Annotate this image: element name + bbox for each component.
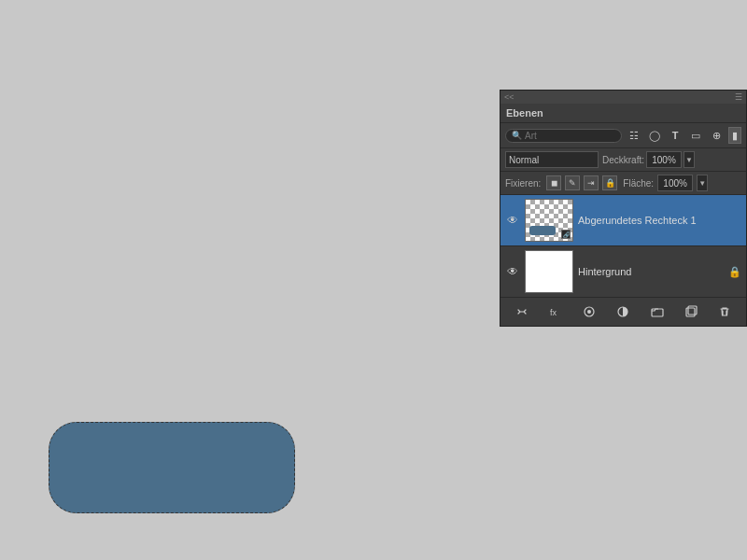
search-box[interactable]: 🔍 — [505, 129, 622, 143]
rounded-rect-shape — [49, 422, 295, 513]
layer-visibility-toggle[interactable]: 👁 — [505, 213, 520, 228]
panel-titlebar: Ebenen — [500, 104, 746, 123]
layer-name: Abgerundetes Rechteck 1 — [578, 215, 741, 226]
lock-icons-group: ◼ ✎ ⇥ 🔒 — [546, 175, 617, 190]
thumb-link-icon: 🔗 — [561, 230, 571, 239]
fill-input[interactable] — [657, 175, 693, 191]
layer-thumbnail — [525, 250, 573, 293]
filter-shape-icon[interactable]: ▭ — [687, 127, 704, 144]
svg-rect-6 — [688, 306, 697, 315]
new-group-btn[interactable] — [648, 302, 667, 321]
search-input[interactable] — [525, 131, 615, 141]
panel-menu-icon[interactable]: ☰ — [735, 92, 742, 102]
filter-text-icon[interactable]: T — [667, 127, 684, 144]
filter-smart-icon[interactable]: ⊕ — [708, 127, 725, 144]
layer-item[interactable]: 👁 Hintergrund 🔒 — [500, 246, 746, 297]
new-fill-adj-btn[interactable] — [613, 302, 632, 321]
layers-panel: << ☰ Ebenen 🔍 ☷ ◯ T ▭ ⊕ ▮ Normal Deckkra… — [500, 90, 747, 327]
layer-item[interactable]: 👁 🔗 Abgerundetes Rechteck 1 — [500, 195, 746, 245]
search-icon: 🔍 — [512, 131, 522, 140]
thumb-shape — [529, 226, 556, 235]
svg-rect-4 — [652, 309, 663, 316]
fill-down-arrow[interactable]: ▼ — [697, 175, 708, 191]
panel-options-icon[interactable]: ▮ — [728, 127, 741, 144]
opacity-input[interactable] — [646, 151, 682, 168]
lock-fill-row: Fixieren: ◼ ✎ ⇥ 🔒 Fläche: ▼ — [500, 172, 746, 195]
opacity-control: Deckkraft: ▼ — [602, 151, 741, 168]
blend-opacity-row: Normal Deckkraft: ▼ — [500, 148, 746, 172]
lock-position-btn[interactable]: ⇥ — [584, 175, 599, 190]
svg-rect-5 — [686, 308, 695, 316]
panel-bottom-bar: fx — [500, 297, 746, 326]
lock-transparent-btn[interactable]: ◼ — [546, 175, 561, 190]
panel-title: Ebenen — [506, 107, 543, 119]
blend-mode-wrapper[interactable]: Normal — [505, 151, 599, 168]
layers-list: 👁 🔗 Abgerundetes Rechteck 1 👁 Hintergrun… — [500, 195, 746, 297]
svg-text:fx: fx — [550, 308, 557, 317]
fill-control: Fläche: ▼ — [623, 175, 708, 191]
layer-thumbnail: 🔗 — [525, 199, 573, 242]
add-mask-btn[interactable] — [580, 302, 599, 321]
filter-type-icon[interactable]: ☷ — [626, 127, 642, 144]
collapse-icon[interactable]: << — [504, 92, 514, 102]
thumb-white — [526, 251, 572, 292]
blend-mode-select[interactable]: Normal — [505, 151, 599, 168]
layer-visibility-toggle[interactable]: 👁 — [505, 264, 520, 279]
new-layer-btn[interactable] — [682, 302, 700, 321]
opacity-down-arrow[interactable]: ▼ — [684, 151, 695, 168]
lock-image-btn[interactable]: ✎ — [565, 175, 580, 190]
add-layer-style-btn[interactable]: fx — [546, 302, 565, 321]
filter-toolbar: 🔍 ☷ ◯ T ▭ ⊕ ▮ — [500, 123, 746, 148]
panel-resize-bar[interactable]: << ☰ — [500, 91, 746, 104]
lock-label: Fixieren: — [505, 178, 541, 189]
fill-label: Fläche: — [623, 178, 654, 189]
delete-layer-btn[interactable] — [715, 302, 734, 321]
opacity-label: Deckkraft: — [602, 155, 644, 165]
layer-name: Hintergrund — [578, 266, 724, 277]
layer-lock-icon: 🔒 — [728, 266, 741, 278]
lock-all-btn[interactable]: 🔒 — [602, 175, 617, 190]
svg-point-2 — [587, 310, 591, 314]
filter-adjustment-icon[interactable]: ◯ — [646, 127, 663, 144]
link-layers-btn[interactable] — [513, 302, 531, 321]
